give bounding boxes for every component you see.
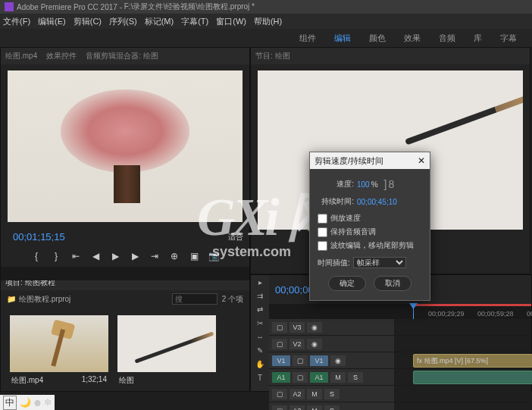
ripple-checkbox[interactable] (318, 241, 327, 251)
menu-marker[interactable]: 标记(M) (145, 16, 174, 27)
interp-select[interactable]: 帧采样 (353, 257, 406, 268)
ime-lang[interactable]: 中 (3, 396, 17, 410)
mode-effects[interactable]: 效果 (404, 33, 421, 44)
ime-dot-icon[interactable]: ⬤ (34, 399, 41, 406)
play-button[interactable]: ▶ (108, 249, 122, 263)
a3-toggle[interactable]: ▢ (272, 405, 287, 411)
link-chain-icon[interactable]: 8 (388, 178, 394, 190)
folder-icon: 📁 (7, 295, 16, 303)
tracks: ▢V3◉ ▢V2◉ V1▢V1◉ fx 绘图.mp4 [V] [67.5%] A… (269, 319, 531, 410)
go-in-button[interactable]: ⇤ (69, 249, 83, 263)
audio-clip[interactable] (413, 371, 532, 384)
selection-tool[interactable]: ▸ (254, 278, 266, 289)
a3-label[interactable]: A3 (289, 405, 305, 411)
mark-out-button[interactable]: } (49, 249, 63, 263)
v1-src[interactable]: V1 (272, 355, 290, 366)
v3-toggle[interactable]: ▢ (272, 322, 287, 333)
source-timecode[interactable]: 00;01;15;15 (7, 228, 71, 246)
v2-toggle[interactable]: ▢ (272, 339, 287, 349)
source-tab-effects[interactable]: 效果控件 (46, 51, 77, 61)
mark-in-button[interactable]: { (30, 249, 43, 263)
ime-moon-icon[interactable]: 🌙 (20, 397, 31, 408)
a3-solo[interactable]: S (324, 405, 340, 411)
track-select-tool[interactable]: ⇉ (254, 292, 266, 302)
mode-audio[interactable]: 音频 (439, 33, 455, 44)
a1-solo[interactable]: S (348, 372, 363, 383)
type-tool[interactable]: T (254, 374, 266, 384)
v1-eye[interactable]: ◉ (330, 355, 346, 366)
mode-assembly[interactable]: 组件 (299, 33, 316, 44)
project-thumbnails: 绘图.mp4 1;32;14 绘图 (1, 308, 249, 396)
v1-toggle[interactable]: ▢ (293, 355, 308, 366)
mode-color[interactable]: 颜色 (369, 33, 386, 44)
v2-content[interactable] (394, 336, 531, 352)
v3-label[interactable]: V3 (289, 322, 305, 333)
menu-edit[interactable]: 编辑(E) (38, 16, 66, 27)
pitch-check-row: 保持音频音调 (318, 227, 422, 237)
menu-subtitle[interactable]: 字幕(T) (181, 16, 208, 27)
dialog-close-button[interactable]: ✕ (418, 155, 425, 166)
v2-label[interactable]: V2 (289, 339, 305, 349)
menu-file[interactable]: 文件(F) (3, 16, 30, 27)
source-tab-audio[interactable]: 音频剪辑混合器: 绘图 (86, 51, 158, 61)
dialog-title-text: 剪辑速度/持续时间 (315, 155, 383, 167)
menu-help[interactable]: 帮助(H) (254, 16, 282, 27)
a1-mute[interactable]: M (330, 372, 346, 383)
mode-editing[interactable]: 编辑 (334, 33, 351, 44)
a1-label[interactable]: A1 (310, 372, 328, 383)
source-fit[interactable]: 适合 (228, 232, 243, 243)
menu-sequence[interactable]: 序列(S) (109, 16, 137, 27)
a2-mute[interactable]: M (307, 389, 322, 399)
v3-eye[interactable]: ◉ (307, 322, 322, 333)
interp-row: 时间插值: 帧采样 (318, 257, 422, 268)
a1-content[interactable] (394, 369, 531, 385)
mode-library[interactable]: 库 (474, 33, 482, 44)
menu-clip[interactable]: 剪辑(C) (74, 16, 102, 27)
timeline-ruler[interactable]: 00;00;29;29 00;00;59;28 00;01;29;27 (269, 304, 531, 319)
menu-window[interactable]: 窗口(W) (216, 16, 246, 27)
source-tab-clip[interactable]: 绘图.mp4 (5, 51, 37, 61)
duration-input[interactable]: 00;00;45;10 (357, 198, 397, 206)
project-item-1[interactable]: 绘图.mp4 1;32;14 (10, 315, 108, 389)
a2-content[interactable] (394, 386, 531, 402)
program-tab[interactable]: 节目: 绘图 (255, 51, 290, 61)
ripple-tool[interactable]: ⇄ (254, 305, 266, 316)
step-fwd-button[interactable]: ▶ (128, 249, 142, 263)
v1-content[interactable]: fx 绘图.mp4 [V] [67.5%] (394, 352, 531, 368)
pitch-checkbox[interactable] (318, 227, 327, 237)
step-back-button[interactable]: ◀ (89, 249, 102, 263)
dialog-titlebar[interactable]: 剪辑速度/持续时间 ✕ (310, 152, 430, 169)
v1-label[interactable]: V1 (310, 355, 328, 366)
link-icon[interactable]: ] (384, 178, 387, 190)
overwrite-button[interactable]: ▣ (187, 249, 201, 263)
a1-toggle[interactable]: ▢ (293, 372, 308, 383)
insert-button[interactable]: ⊕ (167, 249, 181, 263)
go-out-button[interactable]: ⇥ (148, 249, 161, 263)
playhead[interactable] (413, 304, 414, 319)
export-frame-button[interactable]: 📷 (207, 249, 221, 263)
work-area-bar[interactable] (415, 304, 531, 306)
source-ruler[interactable] (1, 267, 249, 280)
a3-mute[interactable]: M (307, 405, 322, 411)
source-preview[interactable] (8, 70, 243, 222)
ok-button[interactable]: 确定 (328, 276, 366, 291)
ime-gear-icon[interactable]: ✻ (44, 397, 52, 408)
pen-tool[interactable]: ✎ (254, 346, 266, 357)
a3-content[interactable] (394, 402, 531, 410)
cancel-button[interactable]: 取消 (374, 276, 412, 291)
project-search[interactable] (172, 293, 217, 305)
a1-src[interactable]: A1 (272, 372, 290, 383)
a2-label[interactable]: A2 (289, 389, 305, 399)
a2-toggle[interactable]: ▢ (272, 389, 287, 399)
video-clip[interactable]: fx 绘图.mp4 [V] [67.5%] (413, 354, 532, 368)
razor-tool[interactable]: ✂ (254, 319, 266, 330)
reverse-checkbox[interactable] (318, 214, 327, 224)
mode-captions[interactable]: 字幕 (500, 33, 517, 44)
project-item-2[interactable]: 绘图 (117, 315, 216, 389)
hand-tool[interactable]: ✋ (254, 360, 266, 371)
v3-content[interactable] (394, 319, 531, 335)
speed-input[interactable]: 100 (357, 180, 370, 189)
a2-solo[interactable]: S (324, 389, 340, 399)
slip-tool[interactable]: ↔ (254, 333, 266, 343)
v2-eye[interactable]: ◉ (307, 339, 322, 349)
